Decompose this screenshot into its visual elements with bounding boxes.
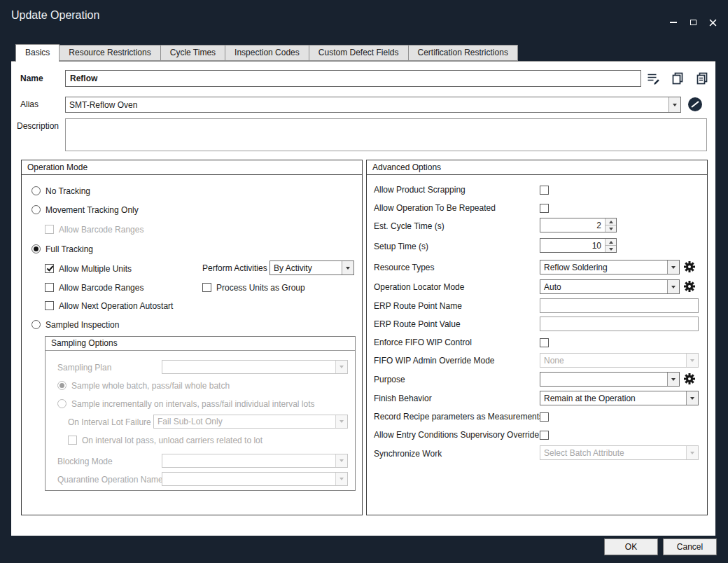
maximize-button[interactable] — [687, 17, 699, 28]
perform-activities-value: By Activity — [270, 261, 342, 274]
allow-entry-conditions-override-label: Allow Entry Conditions Supervisory Overr… — [374, 429, 539, 440]
quarantine-operation-name-combobox — [162, 472, 348, 486]
checkbox-allow-operation-repeated[interactable] — [540, 202, 549, 214]
operation-locator-mode-value: Auto — [540, 280, 667, 293]
chevron-down-icon — [690, 397, 694, 400]
spin-down-button[interactable] — [606, 246, 616, 252]
dropdown-button — [686, 446, 698, 459]
tab-inspection-codes[interactable]: Inspection Codes — [225, 45, 309, 61]
fifo-wip-admin-override-value: None — [540, 354, 686, 367]
dropdown-button — [335, 473, 347, 485]
on-interval-lot-failure-label: On Interval Lot Failure — [68, 417, 151, 428]
checkbox-allow-next-operation-autostart[interactable]: Allow Next Operation Autostart — [45, 300, 173, 312]
chevron-down-icon — [671, 266, 676, 269]
checkbox-enforce-fifo-wip-control[interactable] — [540, 337, 549, 349]
dropdown-button[interactable] — [667, 260, 679, 274]
edit-form-button[interactable] — [645, 71, 661, 86]
copy-all-button[interactable] — [694, 71, 710, 86]
gear-icon — [684, 261, 695, 272]
description-textarea[interactable] — [65, 118, 707, 151]
chevron-down-icon — [340, 366, 344, 368]
fifo-wip-admin-override-combobox: None — [540, 353, 699, 368]
dropdown-button[interactable] — [667, 373, 679, 386]
purpose-value — [540, 373, 667, 386]
clear-alias-button[interactable] — [687, 97, 703, 112]
window-controls — [668, 17, 718, 28]
clear-circle-icon — [687, 97, 703, 112]
checkbox-movement-allow-barcode-ranges: Allow Barcode Ranges — [45, 223, 144, 235]
radio-label: Sample whole batch, pass/fail whole batc… — [71, 381, 230, 391]
checkbox-allow-multiple-units[interactable]: Allow Multiple Units — [45, 263, 132, 274]
update-operation-window: Update Operation Basics Resource Restric… — [0, 0, 728, 563]
enforce-fifo-wip-control-label: Enforce FIFO WIP Control — [374, 337, 472, 348]
erp-route-point-value-input[interactable] — [540, 317, 699, 331]
ok-button[interactable]: OK — [604, 538, 658, 555]
erp-route-point-name-input[interactable] — [540, 298, 699, 313]
chevron-up-icon — [609, 241, 613, 244]
radio-no-tracking[interactable]: No Tracking — [31, 185, 90, 197]
operation-locator-mode-combobox[interactable]: Auto — [540, 279, 680, 294]
setup-time-spinner[interactable]: 10 — [540, 238, 617, 253]
radio-label: Sample incrementally on intervals, pass/… — [71, 399, 315, 409]
checkbox-checked-icon — [45, 264, 54, 273]
checkbox-allow-product-scrapping[interactable] — [540, 184, 549, 196]
name-label: Name — [20, 73, 43, 84]
close-icon — [709, 19, 717, 27]
spinner-buttons — [605, 218, 616, 232]
alias-combobox[interactable]: SMT-Reflow Oven — [65, 97, 681, 113]
checkbox-process-units-as-group[interactable]: Process Units as Group — [202, 282, 305, 293]
tab-certification-restrictions[interactable]: Certification Restrictions — [408, 45, 518, 61]
purpose-settings-button[interactable] — [684, 373, 695, 384]
checkbox-allow-entry-conditions-override[interactable] — [540, 429, 549, 441]
window-title: Update Operation — [11, 9, 99, 22]
minimize-button[interactable] — [668, 17, 679, 28]
resource-types-label: Resource Types — [374, 262, 435, 273]
dropdown-button[interactable] — [686, 391, 698, 405]
radio-sampled-inspection[interactable]: Sampled Inspection — [31, 319, 119, 331]
chevron-down-icon — [671, 286, 676, 289]
tab-cycle-times[interactable]: Cycle Times — [160, 45, 225, 61]
checkbox-on-interval-lot-pass: On interval lot pass, unload carriers re… — [68, 434, 262, 446]
sampling-options-group: Sampling Options Sampling Plan Sample wh… — [45, 336, 356, 491]
checkbox-icon — [45, 301, 54, 310]
checkbox-record-recipe-parameters[interactable] — [540, 411, 549, 423]
checkbox-icon — [202, 283, 211, 292]
finish-behavior-combobox[interactable]: Remain at the Operation — [540, 391, 699, 405]
purpose-combobox[interactable] — [540, 372, 680, 387]
advanced-options-title: Advanced Options — [367, 160, 707, 175]
finish-behavior-value: Remain at the Operation — [540, 391, 686, 405]
resource-types-settings-button[interactable] — [684, 261, 695, 272]
copy-button[interactable] — [670, 71, 685, 86]
cancel-button[interactable]: Cancel — [663, 538, 717, 555]
operation-locator-settings-button[interactable] — [684, 281, 695, 292]
chevron-up-icon — [609, 221, 613, 223]
radio-full-tracking[interactable]: Full Tracking — [31, 243, 93, 255]
close-button[interactable] — [707, 17, 718, 28]
dropdown-button[interactable] — [667, 280, 679, 293]
record-recipe-parameters-label: Record Recipe parameters as Measurements — [374, 411, 543, 422]
alias-label: Alias — [20, 99, 38, 110]
tab-resource-restrictions[interactable]: Resource Restrictions — [59, 45, 160, 61]
allow-product-scrapping-label: Allow Product Scrapping — [374, 184, 465, 195]
radio-sampled-inspection-label: Sampled Inspection — [46, 320, 119, 330]
name-input[interactable] — [65, 70, 641, 87]
tab-basics[interactable]: Basics — [15, 44, 59, 62]
description-label: Description — [17, 120, 59, 132]
radio-selected-icon — [57, 381, 66, 390]
spin-up-button[interactable] — [606, 218, 616, 225]
checkbox-allow-barcode-ranges[interactable]: Allow Barcode Ranges — [45, 282, 144, 293]
operation-mode-group: Operation Mode No Tracking Movement Trac… — [21, 160, 363, 515]
alias-dropdown-button[interactable] — [668, 97, 680, 112]
chevron-down-icon — [690, 359, 694, 362]
checkbox-icon — [540, 186, 549, 195]
est-cycle-time-spinner[interactable]: 2 — [540, 218, 617, 232]
tab-custom-defect-fields[interactable]: Custom Defect Fields — [309, 45, 409, 61]
chevron-down-icon — [346, 267, 350, 270]
spin-up-button[interactable] — [606, 239, 616, 246]
erp-route-point-value-label: ERP Route Point Value — [374, 319, 461, 330]
resource-types-combobox[interactable]: Reflow Soldering — [540, 260, 680, 274]
radio-movement-tracking-only[interactable]: Movement Tracking Only — [31, 204, 139, 216]
spin-down-button[interactable] — [606, 225, 616, 232]
perform-activities-combobox[interactable]: By Activity — [270, 260, 354, 275]
dropdown-button[interactable] — [342, 261, 354, 274]
